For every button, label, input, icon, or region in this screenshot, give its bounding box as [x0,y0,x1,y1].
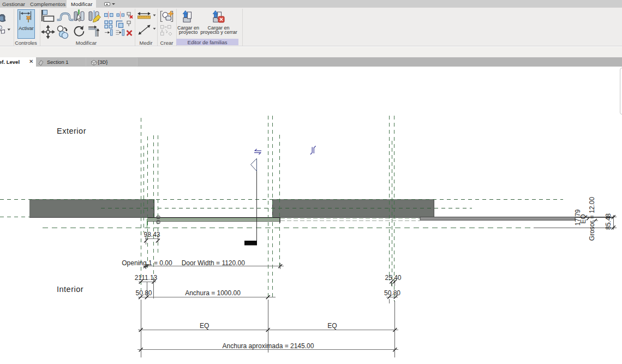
svg-text:Interior: Interior [57,285,83,294]
svg-text:Door Width = 1120.00: Door Width = 1120.00 [182,259,246,267]
svg-text:EQ: EQ [327,322,337,330]
svg-text:EQ: EQ [200,322,209,330]
svg-text:50.80: 50.80 [384,289,400,297]
svg-text:Anchura = 1000.00: Anchura = 1000.00 [185,289,241,297]
svg-text:Exterior: Exterior [57,127,86,135]
svg-text:85.48: 85.48 [605,213,612,230]
svg-text:2111.13: 2111.13 [135,274,158,282]
svg-text:Anchura aproximada = 2145.00: Anchura aproximada = 2145.00 [223,342,314,350]
svg-text:Opening 1 = 0.00: Opening 1 = 0.00 [122,259,172,267]
svg-text:25.40: 25.40 [385,274,401,282]
svg-text:Grosor = 12.00: Grosor = 12.00 [588,196,596,241]
svg-text:EQ: EQ [579,214,587,223]
svg-text:50.80: 50.80 [135,289,152,297]
svg-text:98.43: 98.43 [143,231,160,238]
